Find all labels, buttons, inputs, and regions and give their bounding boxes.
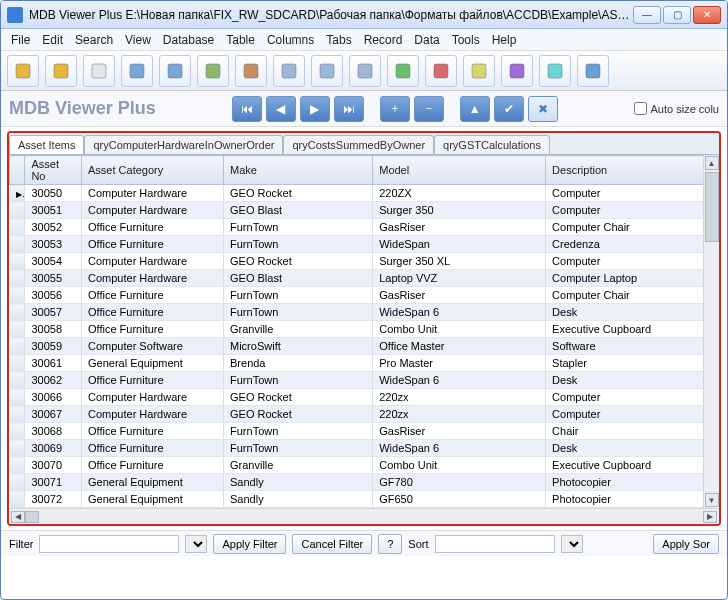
cell-desc[interactable]: Stapler: [546, 355, 719, 372]
cell-cat[interactable]: Office Furniture: [82, 372, 224, 389]
check-icon[interactable]: ✔: [494, 96, 524, 122]
menu-columns[interactable]: Columns: [267, 33, 314, 47]
table-row[interactable]: 30059Computer SoftwareMicroSwiftOffice M…: [10, 338, 719, 355]
table-row[interactable]: 30061General EquipmentBrendaPro MasterSt…: [10, 355, 719, 372]
cell-no[interactable]: 30054: [25, 253, 82, 270]
cell-cat[interactable]: Computer Hardware: [82, 270, 224, 287]
cell-model[interactable]: Combo Unit: [373, 321, 546, 338]
row-add-icon[interactable]: [387, 55, 419, 87]
row-indicator[interactable]: [10, 406, 25, 423]
db-tree-icon[interactable]: [577, 55, 609, 87]
cell-make[interactable]: Sandly: [224, 491, 373, 508]
close-button[interactable]: ✕: [693, 6, 721, 24]
apply-sort-button[interactable]: Apply Sor: [653, 534, 719, 554]
row-indicator[interactable]: [10, 270, 25, 287]
cell-make[interactable]: FurnTown: [224, 304, 373, 321]
cell-make[interactable]: FurnTown: [224, 219, 373, 236]
cell-no[interactable]: 30058: [25, 321, 82, 338]
scroll-left-icon[interactable]: ◀: [11, 511, 25, 523]
table-row[interactable]: 30050Computer HardwareGEO Rocket220ZXCom…: [10, 185, 719, 202]
scroll-thumb[interactable]: [705, 172, 719, 242]
folder-open-icon[interactable]: [7, 55, 39, 87]
table-green-icon[interactable]: [311, 55, 343, 87]
cell-make[interactable]: Sandly: [224, 474, 373, 491]
cell-no[interactable]: 30072: [25, 491, 82, 508]
cell-model[interactable]: Office Master: [373, 338, 546, 355]
row-indicator[interactable]: [10, 491, 25, 508]
cell-model[interactable]: Pro Master: [373, 355, 546, 372]
row-delete-icon[interactable]: [425, 55, 457, 87]
cell-desc[interactable]: Computer Laptop: [546, 270, 719, 287]
cell-cat[interactable]: General Equipment: [82, 474, 224, 491]
row-indicator[interactable]: [10, 423, 25, 440]
plus-icon[interactable]: ＋: [380, 96, 410, 122]
cell-desc[interactable]: Computer: [546, 253, 719, 270]
blank-doc-icon[interactable]: [83, 55, 115, 87]
cell-make[interactable]: GEO Rocket: [224, 185, 373, 202]
cancel-filter-button[interactable]: Cancel Filter: [292, 534, 372, 554]
cell-cat[interactable]: Office Furniture: [82, 321, 224, 338]
prev-icon[interactable]: ◀: [266, 96, 296, 122]
cell-make[interactable]: FurnTown: [224, 236, 373, 253]
column-select-icon[interactable]: [349, 55, 381, 87]
table-row[interactable]: 30058Office FurnitureGranvilleCombo Unit…: [10, 321, 719, 338]
data-grid[interactable]: Asset NoAsset CategoryMakeModelDescripti…: [9, 155, 719, 508]
cell-no[interactable]: 30070: [25, 457, 82, 474]
table-row[interactable]: 30057Office FurnitureFurnTownWideSpan 6D…: [10, 304, 719, 321]
cell-model[interactable]: 220ZX: [373, 185, 546, 202]
cell-make[interactable]: FurnTown: [224, 440, 373, 457]
cancel-icon[interactable]: ✖: [528, 96, 558, 122]
first-icon[interactable]: ⏮: [232, 96, 262, 122]
row-indicator[interactable]: [10, 304, 25, 321]
cell-make[interactable]: GEO Blast: [224, 202, 373, 219]
table-row[interactable]: 30067Computer HardwareGEO Rocket220zxCom…: [10, 406, 719, 423]
col-header-make[interactable]: Make: [224, 156, 373, 185]
sort-icon[interactable]: [463, 55, 495, 87]
cell-cat[interactable]: General Equipment: [82, 491, 224, 508]
cell-desc[interactable]: Software: [546, 338, 719, 355]
row-indicator[interactable]: [10, 389, 25, 406]
menu-view[interactable]: View: [125, 33, 151, 47]
db-server-icon[interactable]: [235, 55, 267, 87]
cell-no[interactable]: 30071: [25, 474, 82, 491]
cell-cat[interactable]: Computer Hardware: [82, 185, 224, 202]
cell-make[interactable]: GEO Blast: [224, 270, 373, 287]
col-header-model[interactable]: Model: [373, 156, 546, 185]
cell-desc[interactable]: Computer: [546, 202, 719, 219]
tab-qrycomputerhardwareinownerorder[interactable]: qryComputerHardwareInOwnerOrder: [84, 135, 283, 154]
menu-edit[interactable]: Edit: [42, 33, 63, 47]
table-row[interactable]: 30054Computer HardwareGEO RocketSurger 3…: [10, 253, 719, 270]
cell-model[interactable]: WideSpan 6: [373, 304, 546, 321]
cell-model[interactable]: GasRiser: [373, 287, 546, 304]
cell-cat[interactable]: Office Furniture: [82, 219, 224, 236]
font-ab-icon[interactable]: [501, 55, 533, 87]
cell-model[interactable]: WideSpan: [373, 236, 546, 253]
cell-no[interactable]: 30051: [25, 202, 82, 219]
cell-cat[interactable]: General Equipment: [82, 355, 224, 372]
table-row[interactable]: 30068Office FurnitureFurnTownGasRiserCha…: [10, 423, 719, 440]
cell-desc[interactable]: Credenza: [546, 236, 719, 253]
cell-make[interactable]: FurnTown: [224, 287, 373, 304]
table-row[interactable]: 30069Office FurnitureFurnTownWideSpan 6D…: [10, 440, 719, 457]
cell-make[interactable]: FurnTown: [224, 372, 373, 389]
hscroll-thumb[interactable]: [25, 511, 39, 523]
minus-icon[interactable]: －: [414, 96, 444, 122]
menu-database[interactable]: Database: [163, 33, 214, 47]
table-row[interactable]: 30055Computer HardwareGEO BlastLaptop VV…: [10, 270, 719, 287]
row-indicator[interactable]: [10, 236, 25, 253]
folder-recent-icon[interactable]: [45, 55, 77, 87]
row-indicator[interactable]: [10, 185, 25, 202]
menu-help[interactable]: Help: [492, 33, 517, 47]
row-indicator[interactable]: [10, 321, 25, 338]
cell-desc[interactable]: Computer Chair: [546, 219, 719, 236]
table-row[interactable]: 30066Computer HardwareGEO Rocket220zxCom…: [10, 389, 719, 406]
cell-desc[interactable]: Executive Cupboard: [546, 457, 719, 474]
cell-cat[interactable]: Computer Hardware: [82, 389, 224, 406]
col-header-asset-category[interactable]: Asset Category: [82, 156, 224, 185]
vertical-scrollbar[interactable]: ▲ ▼: [703, 155, 719, 508]
sort-input[interactable]: [435, 535, 555, 553]
maximize-button[interactable]: ▢: [663, 6, 691, 24]
scroll-down-icon[interactable]: ▼: [705, 493, 719, 507]
filter-input[interactable]: [39, 535, 179, 553]
cell-no[interactable]: 30056: [25, 287, 82, 304]
